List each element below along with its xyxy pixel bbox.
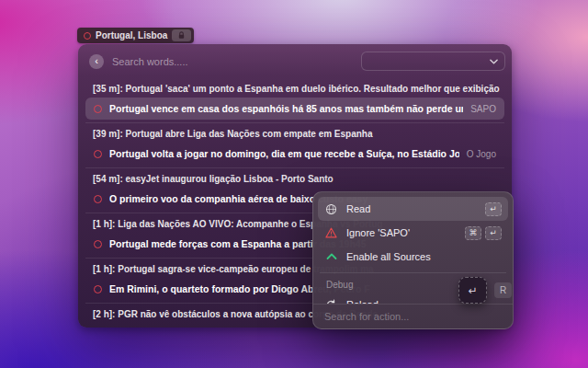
location-tag-label: Portugal, Lisboa [96, 30, 167, 40]
news-row[interactable]: Portugal volta a jogar no domingo, dia e… [85, 143, 504, 165]
back-button[interactable]: ‹ [89, 54, 104, 69]
menu-item-ignore-source[interactable]: Ignore 'SAPO' ⌘ ↵ [318, 221, 508, 245]
menu-item-label: Enable all Sources [346, 251, 502, 262]
news-row-selected[interactable]: Portugal vence em casa dos espanhóis há … [85, 98, 504, 120]
return-key-badge: ↵ [485, 226, 502, 240]
return-key-badge: ↵ [485, 202, 502, 216]
lock-icon [177, 31, 186, 40]
menu-item-enable-all-sources[interactable]: Enable all Sources [318, 245, 508, 269]
location-tag[interactable]: Portugal, Lisboa [77, 28, 194, 43]
chevron-up-icon [324, 250, 338, 264]
r-key-badge: R [494, 282, 512, 298]
feed-circle-icon [94, 195, 102, 203]
return-key-glyph: ↵ [468, 284, 477, 297]
action-search-placeholder: Search for action... [324, 311, 409, 322]
menu-item-read[interactable]: Read ↵ [318, 197, 508, 221]
menu-divider [320, 272, 506, 273]
globe-icon [324, 202, 338, 216]
news-group-headline: [35 m]: Portugal 'saca' um ponto a Espan… [84, 78, 506, 98]
lock-badge[interactable] [172, 29, 191, 41]
news-row-title: Portugal volta a jogar no domingo, dia e… [109, 148, 459, 159]
menu-item-label: Ignore 'SAPO' [346, 227, 457, 238]
search-input[interactable]: Search words..... [112, 56, 353, 67]
news-group-headline: [54 m]: easyJet inaugurou ligação Lisboa… [84, 168, 506, 188]
warning-triangle-icon [324, 226, 338, 240]
chevron-left-icon: ‹ [95, 56, 98, 66]
news-row-source: O Jogo [467, 149, 496, 159]
action-search-input[interactable]: Search for action... [313, 304, 513, 328]
action-menu-popup: Read ↵ Ignore 'SAPO' ⌘ ↵ Enable all Sour… [312, 191, 514, 329]
return-key-button[interactable]: ↵ [458, 277, 487, 304]
news-row-source: SAPO [470, 104, 496, 114]
menu-item-label: Read [346, 203, 477, 214]
feed-circle-icon [94, 105, 102, 113]
chevron-down-icon [490, 59, 498, 64]
command-key-badge: ⌘ [465, 226, 481, 240]
news-row-title: Portugal vence em casa dos espanhóis há … [109, 103, 463, 114]
feed-circle-icon [94, 150, 102, 158]
filter-select[interactable] [361, 52, 505, 71]
window-header: ‹ Search words..... [78, 44, 512, 77]
record-circle-icon [84, 32, 91, 40]
news-group-headline: [39 m]: Portugal abre Liga das Nações co… [84, 123, 506, 143]
feed-circle-icon [94, 285, 102, 293]
feed-circle-icon [94, 240, 102, 248]
